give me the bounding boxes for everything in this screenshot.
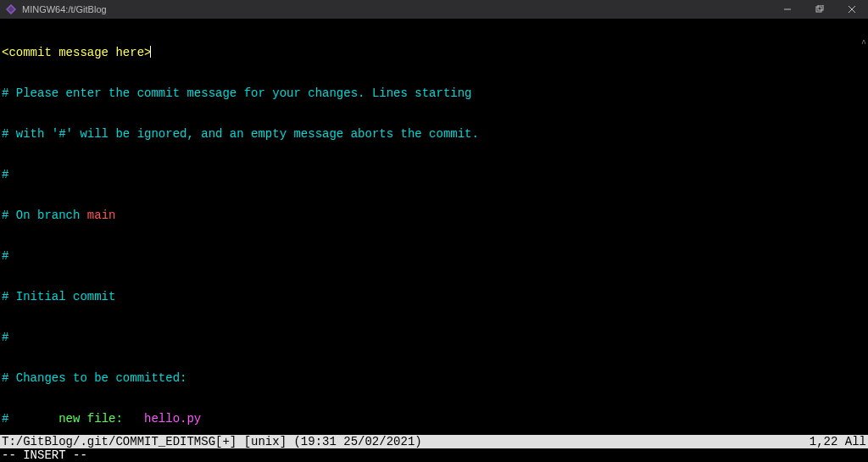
svg-rect-4: [818, 5, 823, 10]
commit-message-text: <commit message here>: [2, 46, 151, 59]
statusbar: T:/GitBlog/.git/COMMIT_EDITMSG[+] [unix]…: [0, 435, 868, 448]
statusbar-right: 1,22 All: [810, 435, 866, 448]
comment-line: # Please enter the commit message for yo…: [2, 86, 866, 100]
mode-text: -- INSERT --: [2, 448, 87, 462]
titlebar-controls: [771, 0, 868, 19]
editor-content[interactable]: <commit message here> # Please enter the…: [0, 19, 868, 435]
initial-commit-line: # Initial commit: [2, 290, 866, 303]
changes-header-line: # Changes to be committed:: [2, 371, 866, 385]
svg-rect-3: [816, 7, 821, 12]
hint-text: Please enter the commit message for your…: [8, 86, 471, 100]
branch-prefix: On branch: [8, 209, 86, 222]
branch-line: # On branch main: [2, 209, 866, 222]
close-button[interactable]: [836, 0, 868, 19]
branch-name: main: [87, 209, 116, 222]
minimize-button[interactable]: [771, 0, 804, 19]
comment-line: #: [2, 249, 866, 263]
initial-commit-text: Initial commit: [8, 290, 115, 303]
app-icon: [5, 3, 17, 15]
hash-mark: #: [2, 249, 8, 263]
titlebar: MINGW64:/t/GitBlog: [0, 0, 868, 19]
commit-message-line[interactable]: <commit message here>: [2, 46, 866, 59]
new-file-label: new file:: [58, 412, 144, 426]
statusbar-left: T:/GitBlog/.git/COMMIT_EDITMSG[+] [unix]…: [2, 435, 422, 448]
new-file-line: # new file: hello.py: [2, 412, 866, 426]
text-cursor: [150, 46, 151, 58]
hint-text: with '#' will be ignored, and an empty m…: [8, 127, 479, 141]
comment-line: #: [2, 331, 866, 344]
changes-header-text: Changes to be committed:: [8, 371, 186, 385]
comment-line: # with '#' will be ignored, and an empty…: [2, 127, 866, 141]
new-file-indent: [8, 412, 58, 426]
titlebar-title: MINGW64:/t/GitBlog: [22, 4, 107, 14]
editor-area[interactable]: ^ <commit message here> # Please enter t…: [0, 19, 868, 462]
maximize-button[interactable]: [804, 0, 836, 19]
comment-line: #: [2, 168, 866, 181]
scrollbar-up-icon[interactable]: ^: [861, 39, 866, 48]
new-file-name: hello.py: [144, 412, 201, 426]
modeline: -- INSERT --: [0, 448, 868, 462]
hash-mark: #: [2, 331, 8, 344]
hash-mark: #: [2, 168, 8, 181]
